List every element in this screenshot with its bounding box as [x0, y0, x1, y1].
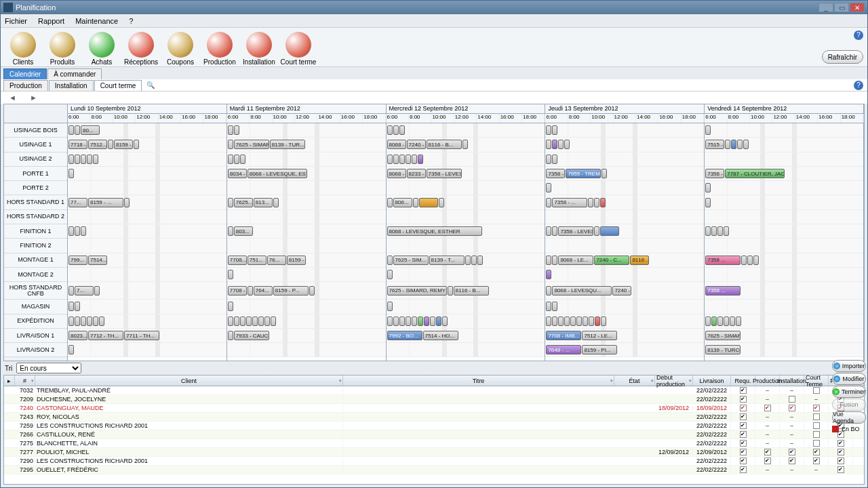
task-bar[interactable]: 8159 - ...: [114, 140, 133, 149]
task-bar[interactable]: [68, 125, 74, 135]
task-bar[interactable]: 7712 - TH...: [88, 331, 123, 340]
col-client[interactable]: Client: [35, 375, 343, 386]
task-bar[interactable]: [600, 226, 619, 236]
task-bar[interactable]: [725, 140, 730, 149]
task-bar[interactable]: [552, 256, 557, 265]
task-bar[interactable]: 7512 - LE...: [582, 331, 617, 340]
task-bar[interactable]: [273, 198, 279, 207]
task-bar[interactable]: 7955 - TREMBLAY, ...: [566, 169, 601, 178]
task-bar[interactable]: 7625 - SIMARD, REMY: [705, 331, 741, 340]
task-bar[interactable]: [399, 317, 405, 326]
task-bar[interactable]: [81, 226, 86, 236]
task-bar[interactable]: [546, 198, 551, 207]
task-bar[interactable]: [309, 286, 315, 296]
minimize-button[interactable]: _: [818, 3, 833, 12]
task-bar[interactable]: 7512...: [88, 140, 107, 149]
btn-modifier[interactable]: Modifier: [832, 373, 866, 385]
grid-row[interactable]: 7290LES CONSTRUCTIONS RICHARD 200122/02/…: [4, 457, 864, 466]
task-bar[interactable]: 7240 - ...: [612, 286, 631, 296]
task-bar[interactable]: 7240 - ...: [407, 140, 426, 149]
maximize-button[interactable]: ▭: [834, 3, 849, 12]
task-bar[interactable]: [552, 155, 557, 164]
task-bar[interactable]: 7718 - ...: [68, 140, 87, 149]
task-bar[interactable]: [753, 256, 759, 265]
menu-maintenance[interactable]: Maintenance: [75, 17, 118, 25]
task-bar[interactable]: [387, 155, 393, 164]
task-bar[interactable]: 8139 - TURCOT, ...: [705, 345, 741, 354]
task-bar[interactable]: [75, 226, 80, 236]
task-bar[interactable]: 7358 - ...: [546, 169, 565, 178]
task-bar[interactable]: 8068 - LE...: [558, 256, 593, 265]
grid-row[interactable]: 7277POULIOT, MICHEL12/09/201212/09/2012✔…: [4, 448, 864, 457]
task-bar[interactable]: [87, 317, 92, 326]
task-bar[interactable]: [601, 317, 606, 326]
toolbtn-installation[interactable]: Installation: [240, 29, 278, 66]
task-bar[interactable]: [418, 317, 423, 326]
task-bar[interactable]: [546, 317, 551, 326]
task-bar[interactable]: [75, 302, 80, 311]
task-bar[interactable]: 7708...: [228, 256, 247, 265]
task-bar[interactable]: [552, 226, 557, 236]
col-ct[interactable]: Court Terme: [804, 375, 829, 386]
task-bar[interactable]: [419, 198, 438, 207]
task-bar[interactable]: [705, 198, 711, 207]
task-bar[interactable]: 8116 ...: [630, 256, 649, 265]
task-bar[interactable]: [546, 226, 551, 236]
task-bar[interactable]: 8116 - B...: [454, 286, 489, 296]
task-bar[interactable]: [264, 317, 270, 326]
task-bar[interactable]: [595, 317, 600, 326]
task-bar[interactable]: [387, 198, 393, 207]
task-bar[interactable]: [724, 226, 729, 236]
grid-row[interactable]: 7243ROY, NICOLAS22/02/2222✔––✔: [4, 413, 864, 422]
toolbtn-produits[interactable]: Produits: [43, 29, 81, 66]
task-bar[interactable]: 806...: [393, 198, 412, 207]
task-bar[interactable]: [234, 155, 239, 164]
task-bar[interactable]: [75, 125, 80, 135]
task-bar[interactable]: [594, 226, 599, 236]
task-bar[interactable]: [228, 125, 233, 135]
toolbtn-coupons[interactable]: Coupons: [161, 29, 199, 66]
task-bar[interactable]: [743, 140, 749, 149]
task-bar[interactable]: 799...: [68, 256, 87, 265]
task-bar[interactable]: [430, 317, 435, 326]
close-button[interactable]: ✕: [850, 3, 865, 12]
task-bar[interactable]: 8068 - LEVESQUE, ESTHER: [387, 226, 482, 236]
task-bar[interactable]: [737, 140, 743, 149]
col-livraison[interactable]: Livraison: [693, 375, 731, 386]
task-bar[interactable]: [724, 317, 729, 326]
toolbtn-court terme[interactable]: Court terme: [279, 29, 317, 66]
task-bar[interactable]: [406, 317, 411, 326]
task-bar[interactable]: 8068 - LEVESQUE, ESTHER: [248, 169, 307, 178]
task-bar[interactable]: [601, 169, 607, 178]
task-bar[interactable]: [99, 317, 104, 326]
task-bar[interactable]: 7358 - LEVES...: [558, 226, 593, 236]
task-bar[interactable]: [546, 125, 551, 135]
task-bar[interactable]: [413, 198, 418, 207]
task-bar[interactable]: [387, 302, 393, 311]
task-bar[interactable]: [94, 286, 100, 296]
task-bar[interactable]: 7358 ...: [705, 286, 741, 296]
task-bar[interactable]: 77...: [68, 198, 87, 207]
task-bar[interactable]: [462, 140, 468, 149]
btn-terminer[interactable]: Terminer: [832, 386, 866, 398]
task-bar[interactable]: [711, 226, 717, 236]
task-bar[interactable]: [558, 317, 564, 326]
task-bar[interactable]: 7358 - LEVESQU...: [427, 169, 462, 178]
task-bar[interactable]: [81, 317, 86, 326]
menu-rapport[interactable]: Rapport: [38, 17, 64, 25]
task-bar[interactable]: [747, 256, 753, 265]
task-bar[interactable]: 8139 - T...: [429, 256, 465, 265]
task-bar[interactable]: 8159 - ...: [287, 256, 306, 265]
task-bar[interactable]: 8159 - ...: [88, 198, 123, 207]
next-button[interactable]: ►: [30, 94, 37, 102]
help-icon-2[interactable]: ?: [854, 81, 863, 90]
task-bar[interactable]: 8068 - LEVESQU...: [552, 286, 612, 296]
btn-fusion[interactable]: Fusion: [832, 399, 866, 411]
task-bar[interactable]: [258, 317, 264, 326]
task-bar[interactable]: [228, 302, 233, 311]
tab-a-commander[interactable]: À commander: [47, 68, 102, 79]
task-bar[interactable]: [717, 317, 723, 326]
task-bar[interactable]: [552, 140, 557, 149]
task-bar[interactable]: [68, 317, 74, 326]
help-icon[interactable]: ?: [854, 30, 863, 40]
